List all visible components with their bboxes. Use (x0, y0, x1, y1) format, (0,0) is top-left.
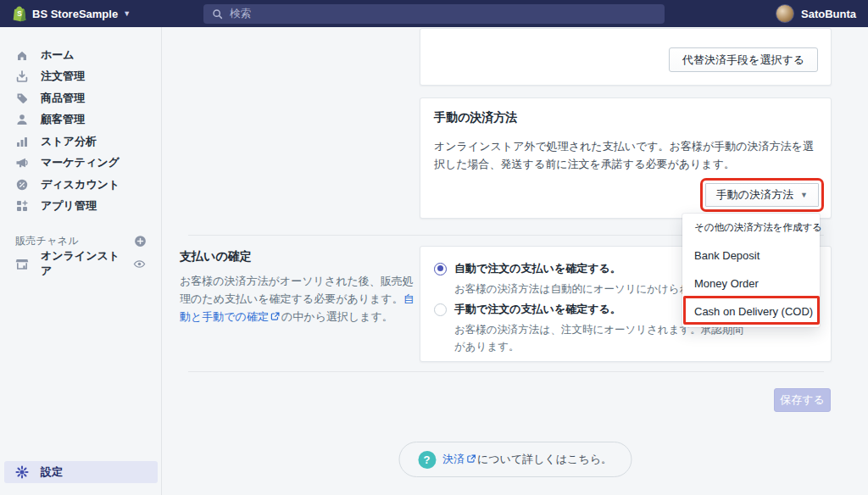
sidebar-item-marketing[interactable]: マーケティング (0, 153, 161, 175)
topbar: S BS StoreSample ▼ 検索 SatoBunta (0, 0, 868, 27)
apps-icon (15, 199, 29, 213)
shopify-logo-icon: S (10, 4, 29, 23)
analytics-icon (15, 135, 29, 148)
radio-auto-capture[interactable]: 自動で注文の支払いを確定する。 (434, 261, 621, 276)
sidebar-item-products[interactable]: 商品管理 (0, 87, 161, 109)
eye-icon[interactable] (133, 258, 146, 270)
orders-icon (15, 70, 29, 83)
marketing-icon (15, 156, 29, 170)
search-placeholder: 検索 (230, 7, 251, 21)
help-footer-text: について詳しくはこちら。 (477, 453, 612, 465)
sidebar-item-analytics[interactable]: ストア分析 (0, 131, 161, 153)
chevron-down-icon: ▼ (800, 191, 808, 199)
sidebar-item-orders[interactable]: 注文管理 (0, 66, 161, 88)
manual-payment-dropdown-menu: その他の決済方法を作成する Bank Deposit Money Order C… (682, 214, 820, 327)
help-question-icon: ? (418, 451, 436, 469)
search-icon (212, 8, 223, 19)
user-menu[interactable]: SatoBunta (776, 0, 856, 27)
sidebar-item-home[interactable]: ホーム (0, 44, 161, 66)
manual-payment-dropdown-button[interactable]: 手動の決済方法 ▼ (705, 183, 819, 207)
storefront-icon (15, 257, 29, 270)
alternative-payments-card: 代替決済手段を選択する (420, 28, 832, 86)
sales-channels-label: 販売チャネル (15, 234, 79, 248)
radio-selected-icon[interactable] (434, 263, 447, 275)
external-link-icon (466, 454, 476, 464)
avatar (776, 4, 794, 23)
sidebar-item-settings[interactable]: 設定 (4, 461, 158, 483)
sales-channels-header: 販売チャネル (15, 234, 147, 248)
add-channel-icon[interactable] (134, 235, 147, 248)
gear-icon (15, 465, 29, 479)
menu-item-cash-on-delivery[interactable]: Cash on Delivery (COD) (682, 298, 820, 325)
capture-section-title: 支払いの確定 (180, 249, 415, 264)
menu-item-money-order[interactable]: Money Order (682, 270, 820, 298)
section-divider (188, 371, 824, 372)
menu-item-bank-deposit[interactable]: Bank Deposit (682, 242, 820, 270)
help-footer: ? 決済について詳しくはこちら。 (398, 442, 632, 477)
products-icon (15, 92, 29, 105)
menu-item-create-custom-payment[interactable]: その他の決済方法を作成する (682, 214, 820, 242)
sidebar-item-apps[interactable]: アプリ管理 (0, 196, 161, 218)
shopify-admin-page: S BS StoreSample ▼ 検索 SatoBunta ホーム (0, 0, 868, 495)
discount-icon (15, 178, 29, 192)
select-alternative-payment-button[interactable]: 代替決済手段を選択する (669, 47, 818, 72)
home-icon (15, 48, 29, 62)
radio-manual-description-line2: があります。 (454, 338, 519, 355)
store-name: BS StoreSample (32, 8, 118, 20)
search-input[interactable]: 検索 (203, 4, 665, 24)
radio-manual-capture[interactable]: 手動で注文の支払いを確定する。 (434, 302, 621, 317)
radio-unselected-icon[interactable] (434, 303, 447, 316)
manual-payment-description: オンラインストア外で処理された支払いです。お客様が手動の決済方法を選択した場合、… (434, 137, 820, 173)
sidebar: ホーム 注文管理 商品管理 (0, 27, 162, 495)
chevron-down-icon: ▼ (123, 9, 131, 18)
customers-icon (15, 113, 29, 126)
sidebar-item-online-store[interactable]: オンラインストア (0, 253, 161, 275)
capture-section-description: お客様の決済方法がオーソリされた後、販売処理のため支払いを確定する必要があります… (180, 272, 415, 325)
main-content: 代替決済手段を選択する 手動の決済方法 オンラインストア外で処理された支払いです… (162, 27, 868, 495)
manual-payment-title: 手動の決済方法 (434, 110, 517, 125)
sidebar-nav: ホーム 注文管理 商品管理 (0, 44, 161, 217)
store-switcher[interactable]: BS StoreSample ▼ (32, 0, 131, 27)
sidebar-item-customers[interactable]: 顧客管理 (0, 109, 161, 131)
sidebar-item-discounts[interactable]: ディスカウント (0, 174, 161, 196)
save-button[interactable]: 保存する (774, 388, 831, 412)
svg-text:S: S (17, 10, 22, 18)
external-link-icon (270, 312, 280, 321)
payments-help-link[interactable]: 決済 (442, 453, 465, 465)
username: SatoBunta (801, 8, 856, 20)
manual-payment-card: 手動の決済方法 オンラインストア外で処理された支払いです。お客様が手動の決済方法… (420, 97, 832, 219)
